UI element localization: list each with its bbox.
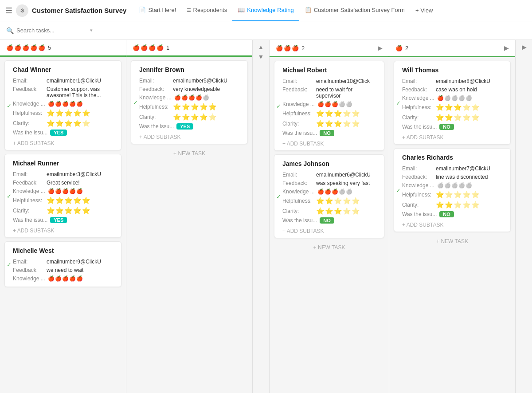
new-task[interactable]: + NEW TASK [131,148,248,159]
feedback-value: we need to wait [47,267,83,273]
header: ☰ ⚙ Customer Satisfaction Survey 📄 Start… [0,0,532,21]
clarity-label: Clarity: [13,208,44,214]
apple-icon: 🍎 [395,45,403,51]
clarity-rating: ⭐⭐⭐⭐⭐ [47,207,90,215]
column-4-scroll: ✓ Will Thomas Email: emailnumber8@ClickU… [389,57,515,393]
feedback-label: Feedback: [402,86,433,93]
card-chad-winner: ✓ Chad Winner Email: emailnumber1@ClickU… [4,60,121,150]
helpfulness-label: Helpfulness: [282,110,313,117]
check-mark: ✓ [7,193,12,199]
email-value: emailnumber8@ClickU [436,78,490,84]
card-jennifer-brown: ✓ Jennifer Brown Email: emailnumber5@Cli… [131,60,248,144]
knowledge-rating: 🍎🍎🍎🍎🍎 [48,275,83,282]
clarity-label: Clarity: [13,120,44,126]
apple-icon: 🍎 [133,44,140,51]
email-label: Email: [402,165,433,172]
nav-view-label: View [421,7,433,14]
card-name: James Johnson [282,160,378,167]
knowledge-rating: 🍎🍎🍎🍎🍎 [48,188,83,194]
new-task[interactable]: + NEW TASK [394,236,511,247]
column-3-header: 🍎 🍎 🍎 2 ▶ [270,40,389,57]
helpfulness-label: Helpfulness: [282,198,313,204]
helpfulness-rating: ⭐⭐⭐⭐⭐ [436,103,480,111]
apple-icon: 🍎 [141,44,148,51]
feedback-label: Feedback: [282,180,313,186]
feedback-label: Feedback: [13,86,44,98]
nav-item-form[interactable]: 📋 Customer Satisfaction Survey Form [299,0,410,21]
email-value: emailnumber1@ClickU [47,78,101,84]
email-label: Email: [402,78,433,84]
check-mark: ✓ [7,261,12,267]
add-subtask[interactable]: + ADD SUBTASK [13,139,115,147]
email-value: emailnumber3@ClickU [47,171,101,177]
expand-arrow-up[interactable]: ▲ [258,43,264,51]
check-mark: ✓ [396,99,401,106]
card-name: Michelle West [13,247,115,254]
check-mark: ✓ [7,102,12,109]
nav-item-knowledge[interactable]: 📖 Knowledge Rating [232,0,299,21]
clarity-label: Clarity: [402,202,433,208]
column-1-rating: 🍎 🍎 🍎 🍎 🍎 [6,44,45,51]
add-subtask[interactable]: + ADD SUBTASK [402,221,504,229]
chevron-down-icon[interactable]: ▾ [90,28,93,33]
feedback-value: case was on hold [436,86,477,93]
email-label: Email: [13,171,44,177]
column-4-header: 🍎 2 ▶ [389,40,515,57]
helpfulness-label: Helpfulness: [402,104,433,110]
form-icon: 📋 [305,7,312,13]
add-subtask[interactable]: + ADD SUBTASK [13,227,115,235]
nav-item-view[interactable]: + View [410,0,438,21]
helpfulness-label: Helpfulness: [13,110,44,116]
board: 🍎 🍎 🍎 🍎 🍎 5 ✓ Chad Winner Email: emailnu… [0,40,532,393]
nav-form-label: Customer Satisfaction Survey Form [314,7,405,13]
column-2-count: 1 [166,44,169,51]
right-expand-arrow[interactable]: ▶ [522,43,527,51]
card-name: Jennifer Brown [139,66,241,73]
app-title: Customer Satisfaction Survey [32,7,126,14]
column-4-expand[interactable]: ▶ [504,44,509,51]
nav-item-respondents[interactable]: ≡ Respondents [181,0,232,21]
column-3-count: 2 [301,45,305,51]
apple-icon: 🍎 [292,45,299,51]
helpfulness-rating: ⭐⭐⭐⭐⭐ [47,196,90,204]
apple-icon: 🍎 [14,44,21,51]
column-3-expand[interactable]: ▶ [378,44,383,51]
add-subtask[interactable]: + ADD SUBTASK [282,227,378,235]
new-task[interactable]: + NEW TASK [274,242,384,253]
card-michael-robert: ✓ Michael Robert Email: emailnumber10@Cl… [274,61,384,151]
feedback-label: Feedback: [402,174,433,180]
knowledge-rating: 🍎🍎🍎🍎🍎 [48,101,83,107]
add-subtask[interactable]: + ADD SUBTASK [139,133,241,141]
column-2: 🍎 🍎 🍎 🍎 1 ✓ Jennifer Brown Email: emailn… [126,40,253,393]
nav-item-start[interactable]: 📄 Start Here! [133,0,181,21]
clarity-rating: ⭐⭐⭐⭐⭐ [173,113,217,121]
apple-icon: 🍎 [149,44,156,51]
apple-icon: 🍎 [276,45,283,51]
column-1: 🍎 🍎 🍎 🍎 🍎 5 ✓ Chad Winner Email: emailnu… [0,40,126,393]
card-name: Michael Robert [282,67,378,74]
feedback-value: need to wait for supervisor [316,86,378,99]
list-icon: ≡ [187,6,191,14]
email-label: Email: [13,78,44,84]
search-input[interactable] [16,27,87,34]
expand-arrow-down[interactable]: ▼ [258,53,264,60]
email-label: Email: [13,259,44,265]
search-bar: 🔍 ▾ [0,21,532,40]
add-subtask[interactable]: + ADD SUBTASK [402,134,504,141]
helpfulness-label: Helpfulness: [13,197,44,204]
search-icon: 🔍 [6,27,14,34]
helpfulness-rating: ⭐⭐⭐⭐⭐ [436,191,480,199]
issue-label: Was the issu... [139,123,174,130]
email-value: emailnumber5@ClickU [173,78,227,84]
column-2-header: 🍎 🍎 🍎 🍎 1 [126,40,252,57]
add-subtask[interactable]: + ADD SUBTASK [282,140,378,148]
hamburger-icon[interactable]: ☰ [5,6,12,16]
email-value: emailnumber10@Click [316,78,370,84]
nav-respondents-label: Respondents [193,7,227,13]
knowledge-rating: 🍎🍎🍎🍎🍎 [317,189,352,195]
clarity-rating: ⭐⭐⭐⭐⭐ [316,207,360,215]
helpfulness-rating: ⭐⭐⭐⭐⭐ [316,197,360,205]
clarity-rating: ⭐⭐⭐⭐⭐ [436,201,480,209]
app-root: ☰ ⚙ Customer Satisfaction Survey 📄 Start… [0,0,532,393]
column-1-scroll: ✓ Chad Winner Email: emailnumber1@ClickU… [0,57,126,393]
